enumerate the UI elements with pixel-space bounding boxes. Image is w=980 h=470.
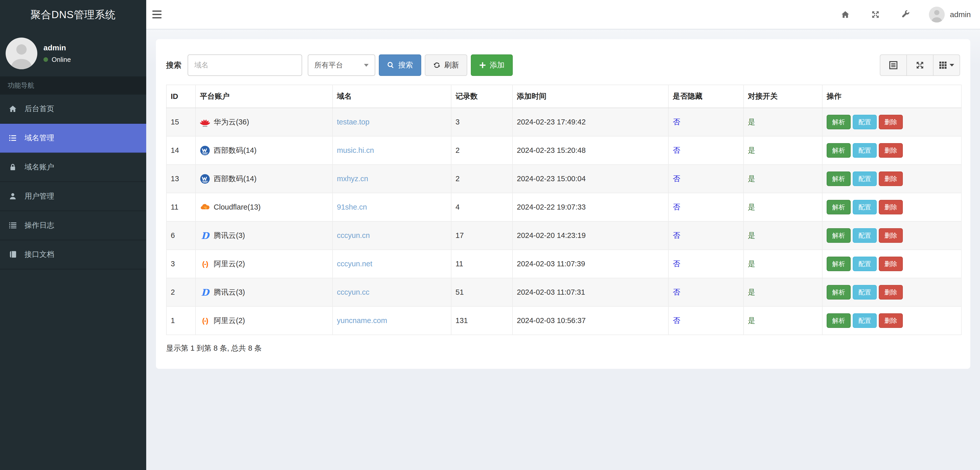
sidebar-item-label: 用户管理 [25,191,54,202]
table-fullscreen-button[interactable] [906,54,934,76]
domain-link[interactable]: music.hi.cn [337,146,374,154]
hidden-toggle-link[interactable]: 否 [673,146,680,154]
switch-toggle-link[interactable]: 是 [748,118,755,126]
platform-select[interactable]: 所有平台 [308,54,375,76]
navbar-home-button[interactable] [830,0,861,29]
records-cell: 17 [451,221,512,250]
caret-down-icon [950,64,954,67]
domain-search-input[interactable] [188,54,302,76]
platform-cell: 西部数码(14) [196,136,332,165]
online-status-label: Online [52,56,71,64]
config-button[interactable]: 配置 [853,115,877,129]
actions-cell: 解析配置删除 [822,306,961,335]
home-icon [841,10,850,19]
delete-button[interactable]: 删除 [879,228,903,243]
huawei-icon [200,117,210,127]
platform-cell: 西部数码(14) [196,165,332,193]
delete-button[interactable]: 删除 [879,143,903,158]
resolve-button[interactable]: 解析 [827,228,851,243]
records-cell: 2 [451,165,512,193]
resolve-button[interactable]: 解析 [827,143,851,158]
detail-view-button[interactable] [880,54,907,76]
added-time-cell: 2024-02-23 15:00:04 [512,165,668,193]
domain-link[interactable]: testae.top [337,118,369,126]
hidden-toggle-link[interactable]: 否 [673,288,680,296]
platform-cell: (-)阿里云(2) [196,306,332,335]
switch-toggle-link[interactable]: 是 [748,231,755,240]
switch-toggle-link[interactable]: 是 [748,146,755,154]
sidebar-item-domains[interactable]: 域名管理 [0,124,146,153]
id-cell: 3 [166,250,196,278]
sidebar-item-api-docs[interactable]: 接口文档 [0,240,146,269]
switch-toggle-link[interactable]: 是 [748,203,755,211]
domain-link[interactable]: cccyun.cc [337,288,369,296]
sidebar-item-domain-accounts[interactable]: 域名账户 [0,153,146,182]
config-button[interactable]: 配置 [853,228,877,243]
navbar-fullscreen-button[interactable] [861,0,891,29]
column-header-platform: 平台账户 [196,85,332,108]
delete-button[interactable]: 删除 [879,115,903,129]
domain-link[interactable]: 91she.cn [337,203,367,211]
aliyun-icon: (-) [200,259,210,269]
table-view-controls [880,54,960,76]
delete-button[interactable]: 删除 [879,171,903,186]
sidebar-item-logs[interactable]: 操作日志 [0,211,146,240]
dnspod-icon: D [200,230,210,241]
delete-button[interactable]: 删除 [879,200,903,214]
resolve-button[interactable]: 解析 [827,257,851,271]
table-row: 3 (-)阿里云(2) cccyun.net 11 2024-02-03 11:… [166,250,961,278]
added-time-cell: 2024-02-23 17:49:42 [512,108,668,136]
delete-button[interactable]: 删除 [879,313,903,328]
brand-title: 聚合DNS管理系统 [0,0,146,29]
sidebar-item-users[interactable]: 用户管理 [0,182,146,211]
navbar-tools-button[interactable] [891,0,921,29]
hidden-toggle-link[interactable]: 否 [673,231,680,240]
id-cell: 15 [166,108,196,136]
config-button[interactable]: 配置 [853,143,877,158]
config-button[interactable]: 配置 [853,257,877,271]
hidden-toggle-link[interactable]: 否 [673,203,680,211]
sidebar-toggle-button[interactable] [146,0,168,29]
sidebar-item-dashboard[interactable]: 后台首页 [0,95,146,124]
config-button[interactable]: 配置 [853,171,877,186]
user-icon [8,192,18,200]
hidden-toggle-link[interactable]: 否 [673,175,680,183]
switch-toggle-link[interactable]: 是 [748,288,755,296]
delete-button[interactable]: 删除 [879,257,903,271]
lock-icon [8,163,18,171]
domain-link[interactable]: yuncname.com [337,316,387,325]
resolve-button[interactable]: 解析 [827,115,851,129]
search-label: 搜索 [166,60,181,71]
config-button[interactable]: 配置 [853,313,877,328]
id-cell: 6 [166,221,196,250]
config-button[interactable]: 配置 [853,200,877,214]
config-button[interactable]: 配置 [853,285,877,300]
hidden-toggle-link[interactable]: 否 [673,316,680,325]
hidden-toggle-link[interactable]: 否 [673,260,680,268]
columns-grid-icon [939,61,947,69]
switch-toggle-link[interactable]: 是 [748,260,755,268]
domain-link[interactable]: cccyun.net [337,260,372,268]
resolve-button[interactable]: 解析 [827,285,851,300]
wrench-icon [901,10,910,19]
search-button[interactable]: 搜索 [379,54,421,76]
records-cell: 131 [451,306,512,335]
columns-toggle-button[interactable] [933,54,960,76]
sidebar-item-label: 后台首页 [25,104,54,114]
dnspod-icon: D [200,287,210,297]
resolve-button[interactable]: 解析 [827,171,851,186]
resolve-button[interactable]: 解析 [827,200,851,214]
id-cell: 13 [166,165,196,193]
hidden-toggle-link[interactable]: 否 [673,118,680,126]
domain-link[interactable]: cccyun.cn [337,231,370,240]
add-button[interactable]: 添加 [471,54,513,76]
table-row: 11 Cloudflare(13) 91she.cn 4 2024-02-22 … [166,193,961,221]
navbar-user-menu[interactable]: admin [921,0,980,29]
switch-toggle-link[interactable]: 是 [748,316,755,325]
refresh-button[interactable]: 刷新 [425,54,467,76]
domain-link[interactable]: mxhyz.cn [337,175,368,183]
top-navbar: admin [146,0,980,29]
delete-button[interactable]: 删除 [879,285,903,300]
switch-toggle-link[interactable]: 是 [748,175,755,183]
resolve-button[interactable]: 解析 [827,313,851,328]
